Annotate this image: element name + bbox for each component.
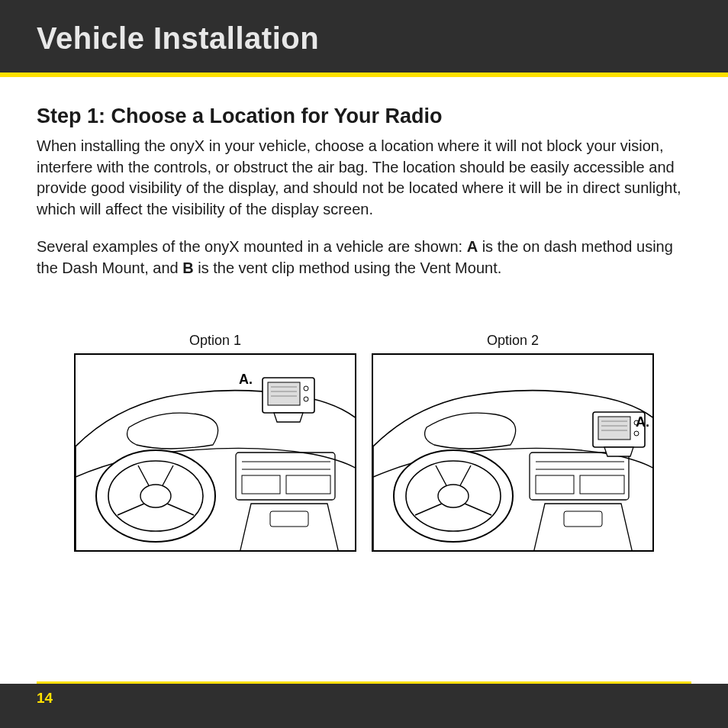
figure-2-caption: Option 2 [487, 333, 539, 349]
svg-rect-5 [270, 511, 308, 527]
svg-rect-19 [536, 475, 574, 494]
header-band: Vehicle Installation [0, 0, 728, 77]
svg-rect-16 [530, 453, 629, 500]
figure-option-1: Option 1 [74, 333, 356, 552]
svg-point-8 [140, 485, 171, 507]
figures-row: Option 1 [37, 333, 691, 552]
marker-b-text: B [182, 259, 193, 276]
figure-2-marker: A. [636, 414, 649, 430]
svg-rect-20 [580, 475, 624, 494]
svg-point-24 [438, 485, 469, 507]
footer-rule [37, 681, 691, 684]
content-area: Step 1: Choose a Location for Your Radio… [0, 77, 728, 552]
figure-option-2: Option 2 [372, 333, 654, 552]
footer-band [0, 684, 728, 728]
svg-rect-0 [236, 453, 335, 500]
figure-1-marker: A. [239, 372, 253, 388]
figure-1-caption: Option 1 [189, 333, 241, 349]
marker-a-text: A [467, 238, 478, 255]
dashboard-illustration-1: A. [74, 353, 356, 552]
page-number: 14 [37, 690, 53, 707]
svg-rect-4 [286, 475, 330, 494]
svg-rect-26 [598, 417, 630, 440]
dashboard-illustration-2: A. [372, 353, 654, 552]
dashboard-svg-2 [373, 355, 654, 552]
paragraph-1: When installing the onyX in your vehicle… [37, 136, 691, 220]
svg-rect-10 [268, 382, 300, 405]
dashboard-svg-1 [76, 355, 356, 552]
step-title: Step 1: Choose a Location for Your Radio [37, 105, 691, 128]
svg-rect-3 [242, 475, 280, 494]
p2-post: is the vent clip method using the Vent M… [194, 259, 502, 276]
page-title: Vehicle Installation [37, 21, 691, 56]
p2-pre: Several examples of the onyX mounted in … [37, 238, 467, 255]
paragraph-2: Several examples of the onyX mounted in … [37, 237, 691, 279]
svg-rect-21 [564, 511, 602, 527]
